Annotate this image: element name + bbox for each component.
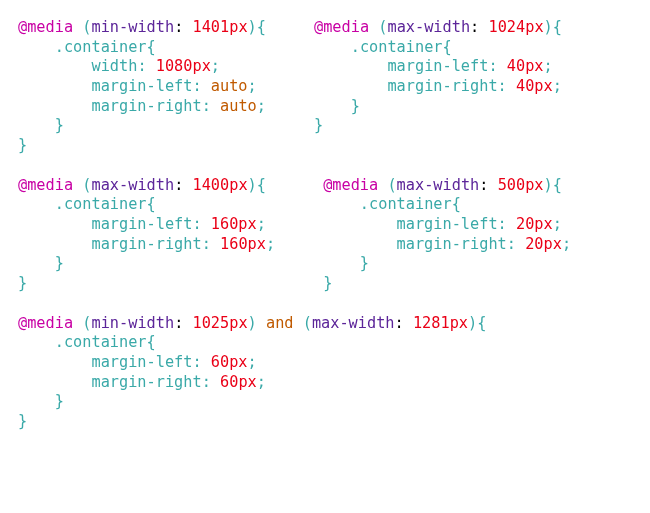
code-row: @media (min-width: 1025px) and (max-widt…: [18, 314, 632, 432]
code-grid: @media (min-width: 1401px){ .container{ …: [18, 18, 632, 432]
media-block-1: @media (max-width: 1024px){ .container{ …: [314, 18, 562, 136]
code-row: @media (min-width: 1401px){ .container{ …: [18, 18, 632, 156]
media-block-4: @media (min-width: 1025px) and (max-widt…: [18, 314, 486, 432]
media-block-0: @media (min-width: 1401px){ .container{ …: [18, 18, 266, 156]
code-row: @media (max-width: 1400px){ .container{ …: [18, 176, 632, 294]
media-block-3: @media (max-width: 500px){ .container{ m…: [323, 176, 571, 294]
media-block-2: @media (max-width: 1400px){ .container{ …: [18, 176, 275, 294]
